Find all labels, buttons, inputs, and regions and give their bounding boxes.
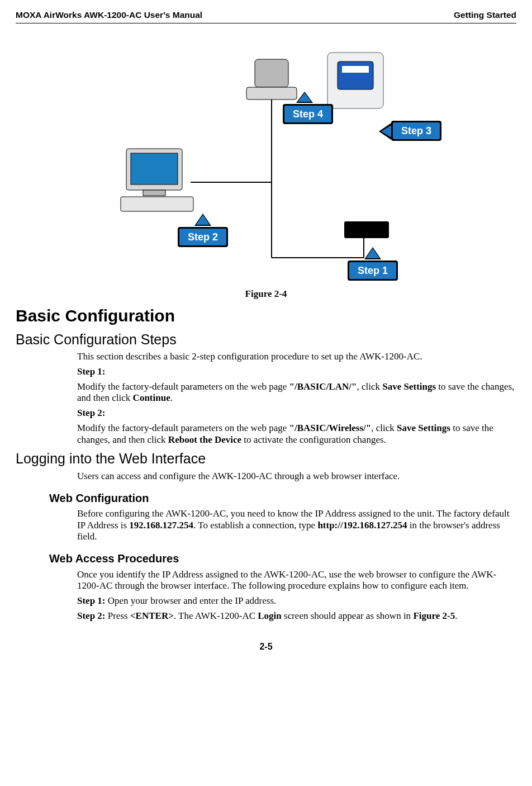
header-right: Getting Started	[454, 10, 516, 21]
page-number: 2-5	[16, 641, 516, 652]
web-access-intro-text: Once you identify the IP Address assigne…	[77, 569, 516, 592]
wa-step1: Step 1: Open your browser and enter the …	[77, 595, 516, 607]
heading-basic-config-steps: Basic Configuration Steps	[16, 331, 516, 348]
step1-label-text: Step 1:	[77, 366, 106, 377]
heading-web-access-procedures: Web Access Procedures	[49, 552, 516, 565]
step2-body: Modify the factory-default parameters on…	[77, 423, 516, 446]
svg-rect-4	[255, 59, 288, 87]
svg-marker-29	[366, 248, 379, 258]
page-header: MOXA AirWorks AWK-1200-AC User's Manual …	[16, 10, 516, 23]
diagram-svg: Step 4 Step 3 Step 2 Step 1	[87, 37, 445, 283]
heading-logging-web-interface: Logging into the Web Interface	[16, 450, 516, 467]
svg-marker-17	[298, 93, 311, 102]
figure-2-4: Step 4 Step 3 Step 2 Step 1 F	[16, 37, 516, 300]
steps-intro-text: This section describes a basic 2-step co…	[77, 351, 516, 363]
svg-rect-13	[344, 221, 389, 238]
svg-rect-5	[246, 87, 297, 100]
logging-intro-text: Users can access and configure the AWK-1…	[77, 471, 516, 482]
svg-rect-8	[143, 190, 165, 196]
figure-caption: Figure 2-4	[16, 288, 516, 300]
step2-label: Step 2	[188, 231, 218, 243]
svg-rect-11	[338, 61, 373, 89]
web-configuration-text: Before configuring the AWK-1200-AC, you …	[77, 508, 516, 543]
step4-label: Step 4	[293, 108, 323, 120]
step1-label: Step 1	[358, 265, 388, 276]
header-left: MOXA AirWorks AWK-1200-AC User's Manual	[16, 10, 202, 21]
heading-web-configuration: Web Configuration	[49, 491, 516, 505]
step2-label-text: Step 2:	[77, 408, 106, 418]
heading-basic-configuration: Basic Configuration	[16, 306, 516, 326]
svg-rect-7	[131, 153, 178, 184]
step1-body: Modify the factory-default parameters on…	[77, 381, 516, 404]
svg-rect-9	[121, 197, 193, 211]
wa-step2: Step 2: Press <ENTER>. The AWK-1200-AC L…	[77, 610, 516, 622]
step3-label: Step 3	[401, 125, 431, 136]
svg-marker-25	[196, 215, 210, 225]
svg-rect-12	[342, 66, 369, 73]
